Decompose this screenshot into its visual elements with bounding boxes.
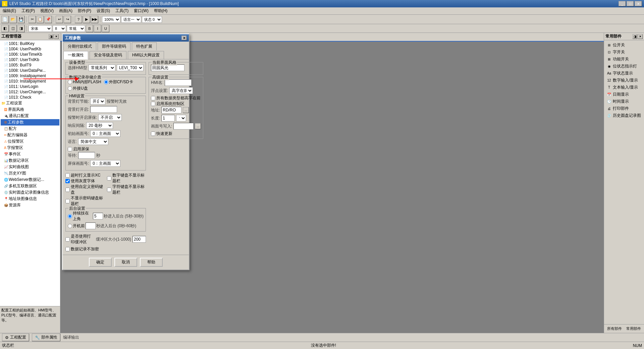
no-encrypt-label: 数据记录不加密 — [71, 246, 99, 252]
hmi-name-input[interactable] — [165, 79, 192, 86]
device-select[interactable]: LEVI_T00E — [117, 64, 144, 71]
extra-check-4[interactable] — [107, 176, 111, 181]
screen-write-browse-btn[interactable]: … — [195, 123, 201, 129]
hmi-type-row: 选择HMI型 常规系列 LEVI_T00E — [68, 64, 144, 71]
lang-select[interactable]: 简体中文 — [78, 138, 108, 145]
buffer-size-input[interactable] — [132, 236, 146, 243]
extra-check-5[interactable] — [107, 188, 111, 192]
wait-input[interactable] — [78, 152, 95, 159]
bg-continuous-radio[interactable] — [68, 214, 72, 218]
response-select[interactable]: 20 毫秒 — [86, 122, 113, 129]
wait-label: 等待: — [68, 153, 77, 158]
init-screen-select[interactable]: 0：主画面 — [90, 130, 120, 137]
dialog-tab-special[interactable]: 特色扩展 — [132, 42, 157, 50]
buffer-size-label: 缓冲区大小(1-1000) — [96, 237, 131, 242]
extra-label-2: 使用自定义密码键盘 — [71, 184, 104, 195]
alarm-screen-label: 报警时开启屏保: — [68, 115, 97, 120]
storage-external[interactable]: 外部CF/SD卡 — [104, 79, 133, 85]
extra-check-3[interactable] — [65, 199, 70, 203]
dialog-two-col: 设备类型 选择HMI型 常规系列 LEVI_T00E — [65, 62, 186, 252]
dialog-tab-parts-pwd[interactable]: 部件等级密码 — [98, 42, 130, 50]
screensaver-checkbox-item[interactable]: 启用屏保 — [68, 146, 144, 152]
bg-start-row: 背景灯开启: — [68, 106, 144, 113]
cancel-button[interactable]: 取消 — [114, 258, 137, 267]
hmi-name-row: HMI名: — [151, 79, 201, 86]
no-encrypt-item[interactable]: 数据记录不加密 — [65, 246, 146, 252]
dialog-tab-security[interactable]: 安全等级及密码 — [90, 51, 126, 59]
extra-check-1[interactable] — [65, 179, 70, 183]
bg-start-input[interactable] — [90, 106, 117, 113]
extra-opt-3[interactable]: 不显示密码键盘标题栏 — [65, 195, 104, 207]
bg-start-label: 背景灯开启: — [68, 107, 89, 112]
data-storage-title: 数据记录存储介质 — [68, 74, 102, 80]
screensaver-screen-select[interactable]: 0：主画面 — [90, 160, 120, 167]
device-type-title: 设备类型 — [68, 60, 86, 65]
length-row: 长度: ▼ — [151, 115, 201, 121]
advanced-section: 高级设置 HMI名: 浮点设置: 高字在前 — [149, 77, 203, 139]
address-input[interactable] — [161, 107, 181, 113]
address-label: 地址: — [151, 107, 160, 113]
bg-time1-input[interactable] — [93, 213, 103, 219]
bg-time1-unit: 秒进入后台 (5秒-30秒) — [104, 213, 144, 219]
backlight-select[interactable]: 开启 — [90, 98, 105, 105]
bg-startup[interactable]: 开机前 秒进入后台 (0秒-60秒) — [68, 222, 136, 229]
quick-update-item[interactable]: 快速更新 — [151, 131, 201, 137]
storage-external-radio[interactable] — [104, 80, 108, 84]
extra-label-5: 字符键盘不显示标题栏 — [112, 184, 146, 195]
wait-unit: 秒 — [96, 153, 100, 158]
dialog-titlebar: 工程参数 ✕ — [63, 34, 189, 42]
bg-continuous[interactable]: 持续技在上角 秒进入后台 (5秒-30秒) — [68, 210, 144, 222]
quick-update-checkbox[interactable] — [151, 132, 155, 136]
dialog-tab-general[interactable]: 一般属性 — [63, 51, 88, 59]
no-encrypt-checkbox[interactable] — [65, 247, 70, 251]
style-value-input[interactable] — [151, 64, 184, 71]
init-screen-label: 初始画面号: — [68, 131, 89, 137]
all-data-checkbox[interactable] — [151, 96, 155, 100]
help-button[interactable]: 帮助 — [140, 258, 163, 267]
screensaver-checkbox[interactable] — [68, 147, 72, 151]
project-params-dialog: 工程参数 ✕ 分期付款模式 部件等级密码 特色扩展 一般属性 安全等级及密码 H… — [62, 34, 190, 270]
dialog-right-col: 当前界面风格 高级设置 HMI名: 浮点设置: — [149, 62, 203, 252]
sys-control-checkbox[interactable] — [151, 102, 155, 106]
dialog-tab-network[interactable]: HMI以大网设置 — [128, 51, 164, 59]
bg-time2-input[interactable] — [86, 222, 96, 229]
all-data-item[interactable]: 所有数据类型都高字在前 — [151, 95, 201, 101]
bg-startup-radio[interactable] — [68, 224, 72, 228]
response-row: 响应间隔: 20 毫秒 — [68, 122, 144, 129]
screen-write-row: 画面号写入: … — [151, 123, 201, 130]
screensaver-label: 启用屏保 — [73, 146, 89, 152]
alarm-screen-select[interactable]: 不开启 — [98, 114, 122, 121]
extra-opt-4[interactable]: 数字键盘不显示标题栏 — [107, 172, 146, 184]
extra-check-0[interactable] — [65, 173, 70, 178]
dialog-close-btn[interactable]: ✕ — [181, 36, 187, 40]
dialog-footer: 确定 取消 帮助 — [63, 255, 189, 269]
hmi-type-label: 选择HMI型 — [68, 65, 87, 71]
ok-button[interactable]: 确定 — [89, 258, 112, 267]
bg-radio-group: 持续技在上角 秒进入后台 (5秒-30秒) — [68, 210, 144, 222]
init-screen-row: 初始画面号: 0：主画面 — [68, 130, 144, 137]
current-style-title: 当前界面风格 — [152, 60, 177, 65]
storage-usb-radio[interactable] — [68, 86, 72, 91]
use-print-item[interactable]: 是否使用打印缓冲区 — [65, 234, 92, 245]
use-print-checkbox[interactable] — [65, 237, 70, 242]
float-select[interactable]: 高字在前 — [169, 87, 193, 94]
bg-continuous-label: 持续技在上角 — [73, 210, 92, 222]
length-select[interactable]: ▼ — [176, 115, 186, 121]
extra-opt-1[interactable]: 使用灰度字体 — [65, 178, 104, 184]
extra-opt-0[interactable]: 超时打义显示XC — [65, 172, 104, 178]
storage-internal-radio[interactable] — [68, 80, 72, 84]
sys-control-label: 启用系统控制区 — [156, 101, 184, 107]
extra-opt-5[interactable]: 字符键盘不显示标题栏 — [107, 184, 146, 195]
screen-write-input[interactable] — [173, 123, 194, 130]
storage-usb[interactable]: 外接U盘 — [68, 86, 144, 91]
dialog-tab-payment[interactable]: 分期付款模式 — [63, 42, 96, 50]
sys-control-item[interactable]: 启用系统控制区 — [151, 101, 201, 107]
hmi-settings-title: HMI设置 — [68, 93, 85, 99]
extra-check-2[interactable] — [65, 188, 70, 192]
length-input[interactable] — [161, 115, 175, 121]
address-browse-btn[interactable]: … — [183, 107, 189, 113]
extra-opt-2[interactable]: 使用自定义密码键盘 — [65, 184, 104, 195]
screensaver-screen-label: 屏保画面号: — [68, 161, 89, 166]
hmi-type-select[interactable]: 常规系列 — [89, 64, 115, 71]
dialog-title: 工程参数 — [65, 35, 81, 41]
